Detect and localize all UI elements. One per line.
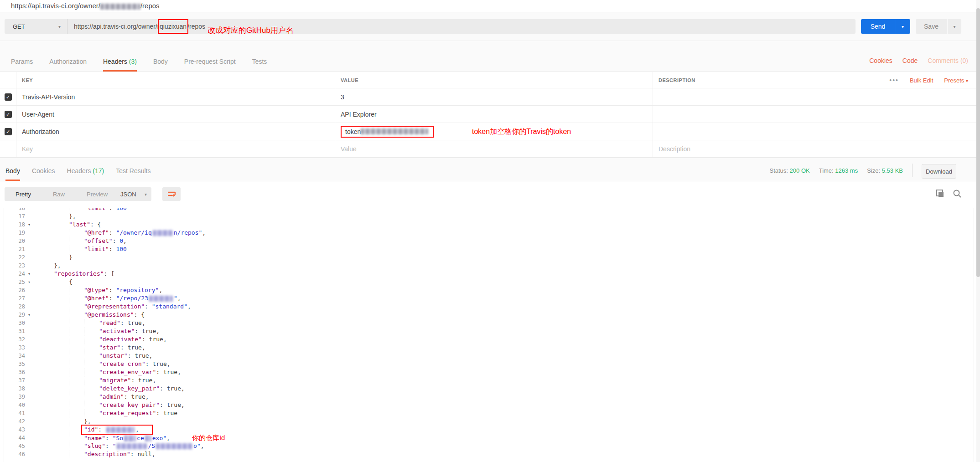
response-tab-cookies[interactable]: Cookies <box>32 167 55 181</box>
code-token: /S <box>148 442 155 449</box>
url-input[interactable]: https://api.travis-ci.org/owner/iqiuzixu… <box>67 23 205 30</box>
code-token: : <box>156 410 163 416</box>
wrap-lines-button[interactable] <box>162 187 181 201</box>
code-token: : <box>124 393 131 400</box>
code-token: : <box>145 303 152 310</box>
indent-guide <box>54 376 69 385</box>
code-token: o" <box>193 442 201 449</box>
checkbox-cell: ✓ <box>0 106 16 123</box>
line-number: 16 <box>4 208 25 212</box>
redacted-code <box>145 436 151 441</box>
header-desc-cell[interactable] <box>653 123 980 140</box>
header-desc-cell[interactable] <box>653 88 980 105</box>
code-token: : <box>113 237 120 244</box>
header-value-cell[interactable]: 3 <box>335 88 653 105</box>
tab-params[interactable]: Params <box>11 58 33 72</box>
send-options-button[interactable]: ▾ <box>895 19 910 34</box>
line-number: 19 <box>4 229 25 237</box>
view-tab-raw[interactable]: Raw <box>42 187 76 201</box>
tab-tests[interactable]: Tests <box>252 58 267 72</box>
request-tabs: ParamsAuthorizationHeaders (3)BodyPre-re… <box>0 58 267 72</box>
comments-link[interactable]: Comments (0) <box>928 57 968 64</box>
indent-guide <box>54 311 69 319</box>
indent-guide <box>54 286 69 294</box>
view-tab-preview[interactable]: Preview <box>76 187 119 201</box>
indent-guide <box>69 294 84 303</box>
bulk-edit-link[interactable]: Bulk Edit <box>910 77 933 84</box>
indent-guide <box>84 327 99 335</box>
indent-guide <box>69 245 84 253</box>
save-button[interactable]: Save <box>916 19 947 34</box>
header-value-cell[interactable]: token token加空格你的Travis的token <box>335 123 653 140</box>
code-token: "@href" <box>84 295 109 302</box>
tab-label: Test Results <box>116 167 150 175</box>
code-lines: 16"limit": 10017},18▾"last": {19"@href":… <box>4 208 974 458</box>
response-tab-headers[interactable]: Headers (17) <box>67 167 104 181</box>
indent-guide <box>69 303 84 311</box>
code-token: : <box>145 360 153 367</box>
format-dropdown[interactable]: JSON ▾ <box>115 187 151 201</box>
header-value-cell[interactable]: API Explorer <box>335 106 653 123</box>
tab-label: Body <box>153 58 168 65</box>
checkbox-checked-icon[interactable]: ✓ <box>5 111 12 118</box>
indent-guide <box>69 327 84 335</box>
table-row: ✓Authorizationtoken token加空格你的Travis的tok… <box>0 123 980 140</box>
code-token: true <box>128 319 142 326</box>
code-token: : <box>160 401 167 408</box>
header-key-cell[interactable]: Authorization <box>16 123 335 140</box>
value-placeholder[interactable]: Value <box>341 145 357 153</box>
redacted-code <box>156 443 192 449</box>
presets-dropdown[interactable]: Presets ▾ <box>944 77 968 84</box>
send-button[interactable]: Send <box>861 19 895 34</box>
code-content: "offset": 0, <box>33 237 127 245</box>
code-line: 23}, <box>4 262 974 270</box>
tab-body[interactable]: Body <box>153 58 168 72</box>
code-link[interactable]: Code <box>902 57 918 64</box>
checkbox-checked-icon[interactable]: ✓ <box>5 93 12 101</box>
response-body-editor[interactable]: 16"limit": 10017},18▾"last": {19"@href":… <box>4 208 974 462</box>
indent-guide <box>84 352 99 360</box>
size-label: Size: <box>867 167 880 174</box>
view-mode-segmented-control: PrettyRawPreview <box>5 187 119 201</box>
more-options-icon[interactable]: ••• <box>889 77 899 84</box>
code-token: , <box>145 393 149 400</box>
key-column-header: KEY <box>16 72 335 88</box>
format-label: JSON <box>120 191 136 198</box>
key-placeholder[interactable]: Key <box>22 145 33 153</box>
time-badge: Time: 1263 ms <box>819 167 858 174</box>
scrollbar[interactable] <box>976 8 980 277</box>
indent-guide <box>69 286 84 294</box>
search-icon[interactable] <box>953 189 962 198</box>
fold-arrow-icon[interactable]: ▾ <box>25 311 33 319</box>
download-button[interactable]: Download <box>922 164 956 179</box>
cookies-link[interactable]: Cookies <box>869 57 892 64</box>
tab-pre-request-script[interactable]: Pre-request Script <box>184 58 236 72</box>
code-token: true <box>163 410 177 416</box>
checkbox-checked-icon[interactable]: ✓ <box>5 128 12 135</box>
copy-icon[interactable] <box>936 190 944 198</box>
tab-headers[interactable]: Headers (3) <box>103 58 137 72</box>
chevron-down-icon: ▾ <box>145 192 147 197</box>
code-content: } <box>33 253 73 262</box>
indent-guide <box>84 344 99 352</box>
response-tab-body[interactable]: Body <box>5 167 20 181</box>
method-dropdown[interactable]: GET ▾ <box>5 19 67 34</box>
code-content: "slug": "/So", <box>33 442 204 450</box>
code-token: : <box>120 319 128 326</box>
header-key-cell[interactable]: User-Agent <box>16 106 335 123</box>
indent-guide <box>39 253 54 262</box>
code-token: }, <box>69 213 76 220</box>
fold-arrow-icon[interactable]: ▾ <box>25 221 33 229</box>
fold-arrow-icon[interactable]: ▾ <box>25 278 33 286</box>
indent-guide <box>54 245 69 253</box>
checkbox-column-header <box>0 72 16 88</box>
save-options-button[interactable]: ▾ <box>948 19 961 34</box>
header-key-cell[interactable]: Travis-API-Version <box>16 88 335 105</box>
view-tab-pretty[interactable]: Pretty <box>5 187 42 201</box>
line-number: 40 <box>4 401 25 409</box>
response-tab-test-results[interactable]: Test Results <box>116 167 150 181</box>
description-placeholder[interactable]: Description <box>659 145 690 153</box>
header-desc-cell[interactable] <box>653 106 980 123</box>
fold-arrow-icon[interactable]: ▾ <box>25 270 33 278</box>
tab-authorization[interactable]: Authorization <box>49 58 87 72</box>
